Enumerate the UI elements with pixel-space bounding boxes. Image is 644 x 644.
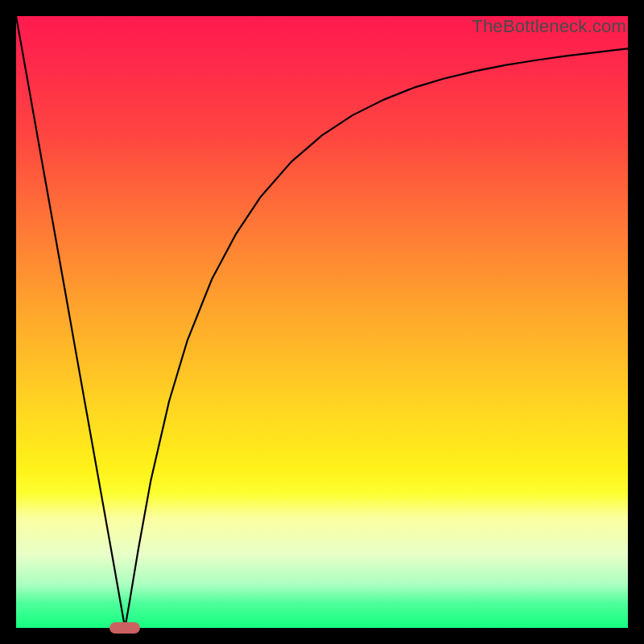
watermark-text: TheBottleneck.com xyxy=(472,16,626,37)
plot-frame xyxy=(16,16,628,628)
minimum-marker xyxy=(109,622,140,634)
bottleneck-curve xyxy=(16,16,628,628)
curve-path xyxy=(16,16,628,628)
